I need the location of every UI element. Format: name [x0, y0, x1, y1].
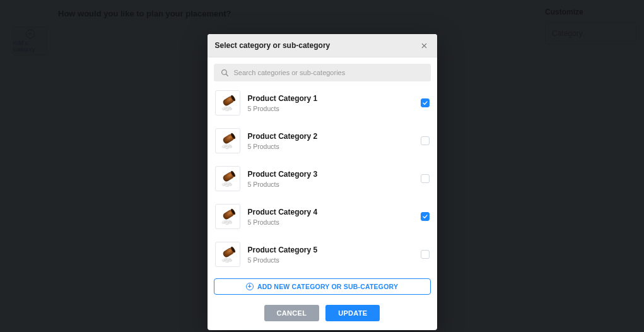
svg-point-16: [225, 146, 229, 149]
category-row[interactable]: Product Category 25 Products: [214, 122, 431, 160]
category-sub: 5 Products: [248, 143, 413, 150]
cancel-button[interactable]: CANCEL: [264, 305, 320, 321]
search-input[interactable]: [234, 69, 424, 76]
svg-point-32: [225, 222, 229, 225]
close-icon: [421, 42, 428, 49]
add-new-category-button[interactable]: + ADD NEW CATEGORY OR SUB-CATEGORY: [214, 278, 431, 295]
svg-point-26: [224, 182, 227, 184]
add-new-label: ADD NEW CATEGORY OR SUB-CATEGORY: [257, 283, 398, 290]
modal-header: Select category or sub-category: [208, 34, 437, 57]
category-checkbox[interactable]: [421, 212, 430, 221]
category-thumbnail: [215, 90, 240, 116]
search-bar[interactable]: [214, 64, 431, 81]
category-info: Product Category 25 Products: [248, 132, 413, 150]
category-sub: 5 Products: [248, 105, 413, 112]
close-button[interactable]: [419, 40, 430, 50]
category-list: Product Category 15 Products Product Cat…: [214, 84, 431, 273]
svg-point-34: [224, 220, 227, 222]
category-sub: 5 Products: [248, 181, 413, 188]
category-info: Product Category 15 Products: [248, 94, 413, 112]
category-row[interactable]: Product Category 35 Products: [214, 160, 431, 198]
category-checkbox[interactable]: [421, 174, 430, 183]
svg-point-35: [227, 220, 230, 222]
category-thumbnail: [215, 242, 240, 267]
category-name: Product Category 2: [248, 132, 413, 141]
svg-point-27: [227, 182, 230, 184]
check-icon: [422, 100, 428, 106]
modal-actions: CANCEL UPDATE: [214, 305, 431, 321]
category-name: Product Category 3: [248, 170, 413, 179]
svg-point-43: [227, 258, 230, 260]
category-sub: 5 Products: [248, 218, 413, 226]
category-info: Product Category 55 Products: [248, 246, 413, 264]
svg-point-10: [224, 107, 227, 109]
svg-point-19: [227, 145, 230, 146]
svg-point-40: [225, 260, 229, 263]
modal-title: Select category or sub-category: [215, 41, 331, 50]
category-sub: 5 Products: [248, 256, 413, 264]
search-icon: [220, 68, 229, 77]
category-thumbnail: [215, 128, 240, 153]
svg-point-18: [224, 145, 227, 146]
plus-circle-icon: +: [246, 283, 254, 290]
category-row[interactable]: Product Category 45 Products: [214, 198, 431, 235]
svg-line-3: [226, 74, 228, 76]
modal-body: Product Category 15 Products Product Cat…: [208, 57, 437, 330]
check-icon: [422, 213, 428, 220]
svg-point-42: [224, 258, 227, 260]
category-info: Product Category 45 Products: [248, 208, 413, 226]
category-thumbnail: [215, 204, 240, 229]
category-row[interactable]: Product Category 15 Products: [214, 84, 431, 122]
category-info: Product Category 35 Products: [248, 170, 413, 188]
category-thumbnail: [215, 166, 240, 191]
category-checkbox[interactable]: [421, 98, 430, 107]
svg-point-11: [227, 107, 230, 109]
category-name: Product Category 5: [248, 246, 413, 255]
category-name: Product Category 4: [248, 208, 413, 217]
update-button[interactable]: UPDATE: [325, 305, 380, 321]
category-checkbox[interactable]: [421, 136, 430, 145]
svg-point-8: [225, 109, 229, 111]
svg-point-24: [225, 184, 229, 187]
category-name: Product Category 1: [248, 94, 413, 104]
category-row[interactable]: Product Category 55 Products: [214, 235, 431, 273]
category-checkbox[interactable]: [421, 250, 430, 259]
select-category-modal: Select category or sub-category: [208, 34, 437, 330]
